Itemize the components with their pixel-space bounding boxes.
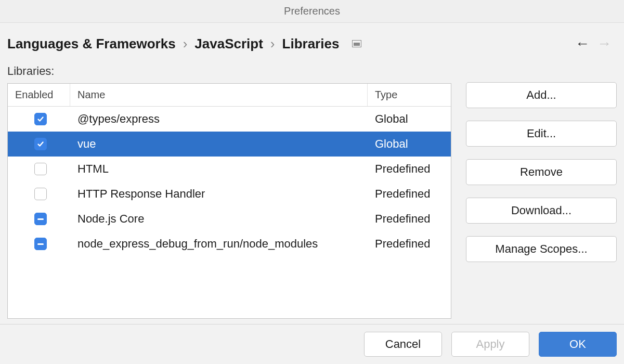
- window-title: Preferences: [284, 5, 340, 17]
- apply-button: Apply: [451, 332, 529, 357]
- cell-name: @types/express: [70, 108, 368, 130]
- nav-arrows: ← →: [575, 35, 617, 52]
- cell-name: Node.js Core: [70, 208, 368, 230]
- footer: Cancel Apply OK: [0, 324, 624, 364]
- checkbox[interactable]: [34, 138, 47, 150]
- table-body: @types/expressGlobalvueGlobalHTMLPredefi…: [8, 107, 451, 318]
- cell-type: Global: [368, 108, 451, 130]
- checkbox[interactable]: [34, 113, 47, 125]
- table-row[interactable]: Node.js CorePredefined: [8, 206, 451, 231]
- section-label: Libraries:: [7, 64, 451, 78]
- cell-enabled: [8, 134, 70, 154]
- download-button[interactable]: Download...: [466, 198, 617, 224]
- content: Libraries: Enabled Name Type @types/expr…: [0, 61, 624, 324]
- cell-type: Predefined: [368, 208, 451, 230]
- forward-button: →: [597, 35, 612, 52]
- cell-name: vue: [70, 133, 368, 155]
- table-row[interactable]: HTTP Response HandlerPredefined: [8, 181, 451, 206]
- left-col: Libraries: Enabled Name Type @types/expr…: [7, 61, 451, 319]
- libraries-table: Enabled Name Type @types/expressGlobalvu…: [7, 83, 451, 319]
- edit-button[interactable]: Edit...: [466, 121, 617, 147]
- add-button[interactable]: Add...: [466, 82, 617, 108]
- cell-enabled: [8, 159, 70, 179]
- cell-enabled: [8, 209, 70, 229]
- cell-name: node_express_debug_from_run/node_modules: [70, 233, 368, 255]
- back-button[interactable]: ←: [575, 35, 590, 52]
- sidebar-actions: Add... Edit... Remove Download... Manage…: [466, 61, 617, 319]
- chevron-right-icon: ›: [270, 36, 275, 52]
- cell-enabled: [8, 184, 70, 204]
- cell-name: HTTP Response Handler: [70, 183, 368, 205]
- cell-enabled: [8, 233, 70, 254]
- breadcrumb-item[interactable]: Languages & Frameworks: [7, 36, 176, 52]
- cell-type: Predefined: [368, 158, 451, 180]
- window-titlebar: Preferences: [0, 0, 624, 23]
- table-row[interactable]: HTMLPredefined: [8, 157, 451, 181]
- table-row[interactable]: vueGlobal: [8, 132, 451, 157]
- manage-scopes-button[interactable]: Manage Scopes...: [466, 236, 617, 262]
- table-row[interactable]: @types/expressGlobal: [8, 107, 451, 132]
- ok-button[interactable]: OK: [539, 332, 617, 357]
- checkbox[interactable]: [34, 238, 47, 250]
- col-header-enabled[interactable]: Enabled: [8, 84, 70, 106]
- cell-type: Global: [368, 133, 451, 155]
- chevron-right-icon: ›: [183, 36, 188, 52]
- cancel-button[interactable]: Cancel: [364, 332, 442, 357]
- breadcrumb-item[interactable]: Libraries: [282, 36, 340, 52]
- checkbox[interactable]: [34, 163, 47, 175]
- table-row[interactable]: node_express_debug_from_run/node_modules…: [8, 231, 451, 256]
- col-header-type[interactable]: Type: [368, 84, 451, 106]
- window-indicator-icon: [352, 38, 362, 49]
- cell-enabled: [8, 109, 70, 129]
- table-header: Enabled Name Type: [8, 84, 451, 107]
- header: Languages & Frameworks › JavaScript › Li…: [0, 23, 624, 61]
- cell-type: Predefined: [368, 233, 451, 255]
- preferences-window: Preferences Languages & Frameworks › Jav…: [0, 0, 624, 364]
- breadcrumb: Languages & Frameworks › JavaScript › Li…: [7, 36, 362, 52]
- checkbox[interactable]: [34, 213, 47, 225]
- checkbox[interactable]: [34, 188, 47, 200]
- cell-type: Predefined: [368, 183, 451, 205]
- cell-name: HTML: [70, 158, 368, 180]
- svg-rect-1: [354, 43, 360, 46]
- col-header-name[interactable]: Name: [70, 84, 368, 106]
- breadcrumb-item[interactable]: JavaScript: [194, 36, 263, 52]
- remove-button[interactable]: Remove: [466, 159, 617, 185]
